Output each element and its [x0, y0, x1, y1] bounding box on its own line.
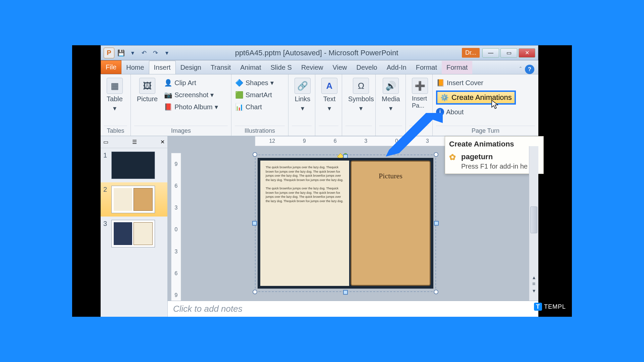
- vertical-scrollbar[interactable]: ▴ ≡ ▾: [529, 146, 538, 301]
- media-label: Media: [382, 95, 400, 103]
- cover-icon: 📙: [436, 78, 445, 87]
- tab-addins[interactable]: Add-In: [382, 61, 411, 74]
- tab-slideshow[interactable]: Slide S: [266, 61, 297, 74]
- thumb-num-2: 2: [103, 186, 109, 193]
- scroll-thumb[interactable]: [530, 206, 537, 233]
- table-button[interactable]: ▦ Table ▾: [104, 76, 125, 114]
- screenshot-button[interactable]: 📷Screenshot ▾: [164, 90, 218, 100]
- media-button[interactable]: 🔊Media▾: [379, 76, 402, 114]
- collapse-ribbon-icon[interactable]: ˆ: [520, 66, 522, 73]
- tab-developer[interactable]: Develo: [352, 61, 382, 74]
- thumb-2[interactable]: 2: [101, 182, 167, 217]
- scroll-menu-icon[interactable]: ≡: [530, 281, 537, 287]
- gear-icon: ⚙️: [440, 93, 449, 102]
- screenshot-label: Screenshot: [174, 91, 208, 99]
- user-chip[interactable]: Dr...: [462, 48, 480, 58]
- resize-handle-s[interactable]: [343, 290, 348, 295]
- screenshot-icon: 📷: [164, 90, 172, 99]
- selected-object[interactable]: The quick brownfox jumps over the lazy d…: [255, 155, 436, 292]
- shapes-label: Shapes: [246, 79, 268, 87]
- qat-caret-icon[interactable]: ▾: [128, 48, 137, 58]
- tooltip-subtitle: pageturn: [461, 153, 493, 161]
- tab-home[interactable]: Home: [121, 61, 149, 74]
- resize-handle-w[interactable]: [252, 221, 257, 226]
- tab-view[interactable]: View: [328, 61, 352, 74]
- svg-marker-0: [386, 113, 443, 157]
- chevron-down-icon: ▾: [301, 104, 304, 112]
- tab-format2[interactable]: Format: [442, 61, 472, 74]
- smartart-label: SmartArt: [246, 91, 272, 99]
- slide-panel: ▭ ☰ ✕ 1 2 3: [101, 136, 168, 317]
- tab-file[interactable]: File: [101, 60, 121, 74]
- shapes-button[interactable]: 🔷Shapes ▾: [235, 78, 274, 88]
- resize-handle-e[interactable]: [434, 221, 439, 226]
- tooltip-title: Create Animations: [449, 140, 539, 148]
- tab-format1[interactable]: Format: [411, 61, 442, 74]
- about-label: About: [446, 108, 464, 116]
- symbols-label: Symbols: [348, 95, 374, 103]
- maximize-button[interactable]: ▭: [500, 48, 517, 58]
- resize-handle-se[interactable]: [434, 290, 438, 294]
- resize-handle-sw[interactable]: [253, 290, 257, 294]
- smartart-icon: 🟩: [235, 90, 244, 99]
- scroll-next-icon[interactable]: ▾: [530, 287, 537, 294]
- create-animations-button[interactable]: ⚙️ Create Animations: [436, 90, 516, 105]
- smartart-button[interactable]: 🟩SmartArt: [235, 90, 274, 100]
- help-icon[interactable]: ?: [525, 65, 534, 74]
- symbols-icon: Ω: [353, 78, 369, 94]
- chevron-down-icon: ▾: [389, 104, 392, 112]
- picture-button[interactable]: 🖼 Picture: [134, 76, 160, 104]
- tab-insert[interactable]: Insert: [149, 61, 176, 74]
- table-label: Table: [107, 95, 123, 103]
- create-animations-label: Create Animations: [451, 93, 512, 102]
- about-button[interactable]: iAbout: [436, 107, 516, 117]
- thumb-preview-1: [111, 152, 155, 179]
- slide-editor[interactable]: 12963036912 9630369 The quick br: [168, 136, 538, 317]
- thumb-preview-3: [111, 220, 155, 247]
- symbols-button[interactable]: ΩSymbols▾: [345, 76, 377, 114]
- redo-icon[interactable]: ↷: [151, 48, 160, 58]
- group-images-label: Images: [134, 126, 228, 136]
- minimize-button[interactable]: —: [482, 48, 499, 58]
- links-label: Links: [295, 95, 311, 103]
- qat-more-icon[interactable]: ▾: [162, 48, 171, 58]
- thumb-3[interactable]: 3: [101, 217, 167, 251]
- thumbs-view-icon[interactable]: ☰: [132, 139, 137, 145]
- outline-view-icon[interactable]: ▭: [103, 139, 108, 145]
- book-left-page: The quick brownfox jumps over the lazy d…: [260, 161, 349, 286]
- links-button[interactable]: 🔗Links▾: [292, 76, 313, 114]
- group-tables-label: Tables: [104, 126, 127, 136]
- tab-transitions[interactable]: Transit: [206, 61, 235, 74]
- text-button[interactable]: AText▾: [319, 76, 340, 114]
- save-icon[interactable]: 💾: [116, 48, 126, 58]
- photoalbum-button[interactable]: 📕Photo Album ▾: [164, 102, 218, 112]
- watermark-icon: T: [534, 303, 542, 311]
- tab-design[interactable]: Design: [176, 61, 206, 74]
- photoalbum-icon: 📕: [164, 103, 172, 111]
- notes-pane[interactable]: Click to add notes: [168, 301, 538, 317]
- undo-icon[interactable]: ↶: [139, 48, 149, 58]
- clipart-button[interactable]: 👤Clip Art: [164, 78, 218, 88]
- insert-page-button[interactable]: ➕Insert Pa...: [409, 76, 431, 111]
- ribbon-tabs: File Home Insert Design Transit Animat S…: [101, 60, 538, 74]
- close-panel-icon[interactable]: ✕: [160, 139, 165, 145]
- app-icon: P: [104, 48, 114, 58]
- clipart-label: Clip Art: [174, 79, 196, 87]
- links-icon: 🔗: [294, 78, 311, 94]
- window-title: ppt6A45.pptm [Autosaved] - Microsoft Pow…: [171, 49, 462, 57]
- thumb-1[interactable]: 1: [101, 148, 167, 182]
- tab-animations[interactable]: Animat: [235, 61, 266, 74]
- insert-page-icon: ➕: [412, 78, 428, 94]
- text-icon: A: [321, 78, 337, 94]
- close-button[interactable]: ✕: [519, 48, 535, 58]
- ribbon: ▦ Table ▾ Tables 🖼 Picture 👤Clip Art 📷Sc…: [101, 74, 538, 136]
- chart-label: Chart: [246, 103, 262, 111]
- scroll-prev-icon[interactable]: ▴: [530, 274, 537, 281]
- tab-review[interactable]: Review: [297, 61, 328, 74]
- chart-button[interactable]: 📊Chart: [235, 102, 274, 112]
- chevron-down-icon: ▾: [113, 104, 116, 112]
- clipart-icon: 👤: [164, 78, 172, 87]
- picture-icon: 🖼: [139, 78, 155, 94]
- resize-handle-nw[interactable]: [253, 152, 257, 157]
- insert-cover-button[interactable]: 📙Insert Cover: [436, 78, 516, 88]
